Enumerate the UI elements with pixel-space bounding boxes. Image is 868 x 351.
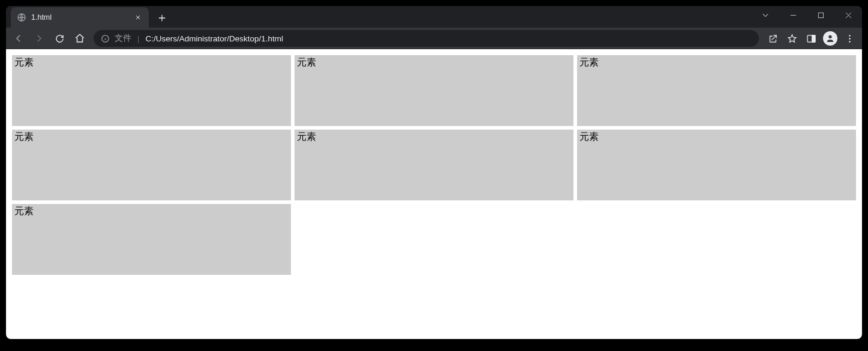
globe-icon <box>17 13 26 22</box>
side-panel-button[interactable] <box>802 29 820 47</box>
toolbar: 文件 | C:/Users/Administrator/Desktop/1.ht… <box>6 28 862 49</box>
window-maximize-button[interactable] <box>807 6 834 24</box>
page-content: 元素 元素 元素 元素 元素 元素 元素 <box>6 49 862 339</box>
window-minimize-dropdown[interactable] <box>752 6 779 24</box>
svg-rect-4 <box>812 35 815 41</box>
svg-point-8 <box>849 41 850 42</box>
address-bar[interactable]: 文件 | C:/Users/Administrator/Desktop/1.ht… <box>94 30 759 47</box>
svg-rect-1 <box>818 13 823 17</box>
titlebar: 1.html <box>6 6 862 28</box>
back-button[interactable] <box>10 29 28 47</box>
grid-cell: 元素 <box>577 55 856 126</box>
window-controls <box>752 6 862 28</box>
svg-point-5 <box>828 35 831 38</box>
address-scheme-label: 文件 <box>115 33 131 44</box>
bookmark-button[interactable] <box>783 29 801 47</box>
grid-container: 元素 元素 元素 元素 元素 元素 元素 <box>12 55 856 275</box>
browser-window: 1.html <box>6 6 862 339</box>
svg-point-6 <box>849 35 850 36</box>
window-close-button[interactable] <box>834 6 862 24</box>
reload-button[interactable] <box>50 29 68 47</box>
tab-title: 1.html <box>31 13 128 22</box>
grid-cell: 元素 <box>295 55 573 126</box>
svg-point-7 <box>849 38 850 39</box>
forward-button[interactable] <box>30 29 48 47</box>
grid-cell: 元素 <box>12 204 291 275</box>
profile-button[interactable] <box>821 29 839 47</box>
grid-cell: 元素 <box>295 130 573 200</box>
tab-close-button[interactable] <box>133 13 143 22</box>
grid-cell: 元素 <box>577 130 856 200</box>
address-url: C:/Users/Administrator/Desktop/1.html <box>146 34 752 43</box>
home-button[interactable] <box>71 29 89 47</box>
site-info-icon[interactable] <box>101 34 110 43</box>
menu-button[interactable] <box>840 29 858 47</box>
browser-tab[interactable]: 1.html <box>11 7 149 28</box>
new-tab-button[interactable] <box>154 10 170 26</box>
grid-cell: 元素 <box>12 55 291 126</box>
address-separator: | <box>137 34 140 43</box>
share-button[interactable] <box>764 29 782 47</box>
window-minimize-button[interactable] <box>779 6 807 24</box>
grid-cell: 元素 <box>12 130 291 200</box>
avatar-icon <box>823 31 837 46</box>
